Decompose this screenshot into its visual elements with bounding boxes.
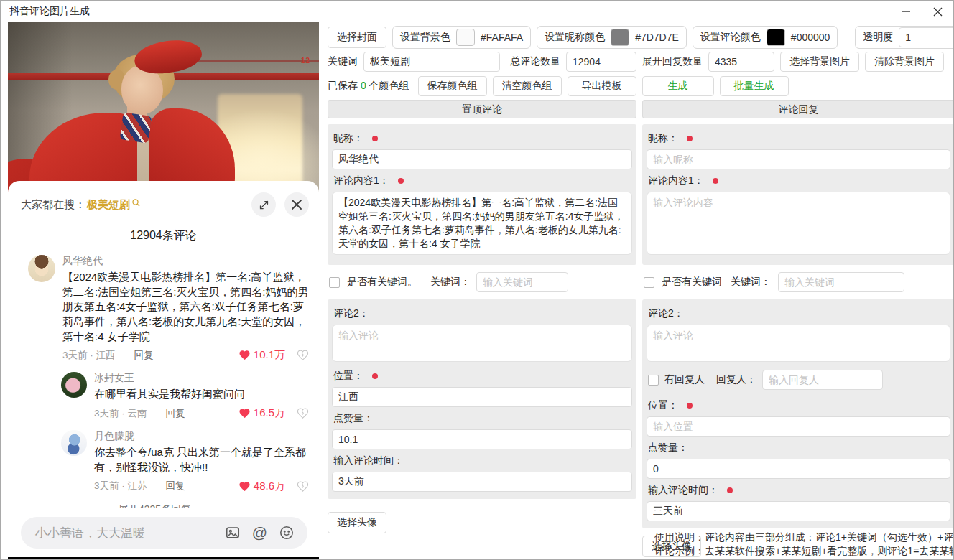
reply-nick-input[interactable] — [647, 149, 950, 169]
comment-count: 12904条评论 — [8, 221, 319, 252]
bg-color-label: 设置背景色 — [400, 31, 450, 44]
nick-color-group[interactable]: 设置昵称颜色 #7D7D7E — [537, 26, 687, 49]
reply-content1-textarea[interactable] — [647, 192, 950, 255]
saved-prefix: 已保存 — [328, 80, 358, 91]
nick-color-swatch[interactable] — [611, 29, 629, 46]
usage-notes: 使用说明：评论内容由三部分组成：评论1+关键词（勾选生效）+评论2(无关键词时可… — [654, 531, 954, 558]
select-bg-image-button[interactable]: 选择背景图片 — [780, 52, 859, 72]
window-title: 抖音评论图片生成 — [1, 5, 90, 18]
avatar[interactable] — [61, 430, 87, 456]
pinned-nick-input[interactable] — [332, 149, 632, 169]
reply-keyword-input[interactable] — [778, 272, 904, 292]
search-row: 大家都在搜： 极美短剧 — [8, 181, 319, 221]
expand-replies-input[interactable] — [708, 52, 774, 72]
reply-link[interactable]: 回复 — [166, 407, 185, 420]
content2-label: 评论2： — [333, 307, 369, 320]
required-dot-icon — [687, 403, 693, 409]
pinned-keyword-input[interactable] — [476, 272, 568, 292]
save-colors-button[interactable]: 保存颜色组 — [418, 76, 487, 96]
heart-icon[interactable] — [239, 407, 251, 419]
image-icon[interactable] — [225, 525, 241, 541]
has-replyto-checkbox[interactable] — [648, 375, 659, 386]
comment-color-hex: #000000 — [791, 32, 830, 43]
comment-username[interactable]: 月色朦胧 — [94, 430, 309, 443]
usage-line1: 使用说明：评论内容由三部分组成：评论1+关键词（勾选生效）+评论2(无关键词时可… — [654, 531, 954, 544]
select-cover-button[interactable]: 选择封面 — [328, 27, 386, 48]
total-comments-label: 总评论数量 — [510, 55, 560, 68]
time-label: 输入评论时间： — [333, 454, 404, 467]
dislike-heart-icon[interactable] — [297, 480, 309, 493]
keyword-label: 关键词： — [430, 276, 471, 289]
comment-username[interactable]: 冰封女王 — [94, 372, 309, 385]
comment-meta: 3天前 · 江苏 — [94, 480, 147, 493]
bg-color-group[interactable]: 设置背景色 #FAFAFA — [392, 26, 531, 49]
opacity-label: 透明度 — [863, 31, 893, 44]
keyword-label: 关键词 — [328, 55, 358, 68]
reply-likes-input[interactable] — [647, 459, 950, 479]
export-template-button[interactable]: 导出模板 — [568, 76, 636, 96]
usage-line2: 评论示例：去某某软件搜索+某某短剧+看完整版，则评论1=去某某软件搜索，关键词=… — [654, 544, 954, 558]
at-mention-icon[interactable]: @ — [252, 524, 267, 541]
has-keyword-checkbox[interactable] — [644, 277, 654, 288]
required-dot-icon — [398, 178, 404, 184]
content2-label: 评论2： — [648, 307, 684, 320]
seat-row-marker: 12 — [301, 57, 310, 65]
comment-username[interactable]: 风华绝代 — [62, 255, 309, 268]
heart-icon[interactable] — [239, 349, 251, 361]
dislike-heart-icon[interactable] — [297, 407, 309, 419]
pinned-time-input[interactable] — [332, 472, 632, 492]
content1-label: 评论内容1： — [648, 174, 704, 187]
required-dot-icon — [727, 487, 733, 493]
replyto-input[interactable] — [762, 370, 883, 390]
attendant-hat — [132, 37, 203, 78]
expand-preview-button[interactable] — [251, 192, 276, 217]
comment-color-group[interactable]: 设置评论颜色 #000000 — [693, 26, 838, 49]
nick-color-label: 设置昵称颜色 — [545, 31, 605, 44]
pinned-comment-form: 置顶评论 昵称： 评论内容1： 【2024欧美漫天电影热榜排名】第一名:高丫监狱… — [328, 100, 636, 533]
location-label: 位置： — [333, 370, 363, 383]
nick-label: 昵称： — [333, 132, 363, 145]
cover-photo: 12 — [8, 22, 319, 192]
reply-location-input[interactable] — [647, 416, 950, 437]
opacity-input[interactable] — [899, 27, 954, 47]
comment-text: 【2024欧美漫天电影热榜排名】第一名:高丫监狱，第二名:法国空姐第三名:灭火宝… — [62, 270, 309, 344]
emoji-icon[interactable] — [279, 525, 295, 541]
pinned-content2-textarea[interactable] — [332, 325, 632, 362]
pinned-likes-input[interactable] — [332, 429, 632, 449]
comments-list: 风华绝代 【2024欧美漫天电影热榜排名】第一名:高丫监狱，第二名:法国空姐第三… — [8, 252, 319, 508]
pinned-header: 置顶评论 — [328, 100, 636, 118]
avatar[interactable] — [61, 372, 87, 398]
search-keyword[interactable]: 极美短剧 — [87, 198, 130, 212]
pinned-select-avatar-button[interactable]: 选择头像 — [328, 512, 386, 533]
reply-comment-row: 月色朦胧 你去整个夸/ua克 只出来第一个就是了全系都有，别怪我没说，快冲!! … — [28, 430, 309, 493]
clear-colors-button[interactable]: 清空颜色组 — [493, 76, 562, 96]
pinned-comment-row: 风华绝代 【2024欧美漫天电影热榜排名】第一名:高丫监狱，第二名:法国空姐第三… — [28, 255, 309, 362]
keyword-input[interactable] — [363, 52, 500, 72]
bg-color-swatch[interactable] — [456, 29, 475, 46]
search-prefix: 大家都在搜： — [21, 198, 85, 212]
dislike-heart-icon[interactable] — [297, 349, 309, 361]
has-keyword-label: 是否有关键词 — [662, 276, 722, 289]
generate-button[interactable]: 生成 — [642, 76, 714, 96]
heart-icon[interactable] — [239, 480, 251, 493]
comment-color-label: 设置评论颜色 — [700, 31, 761, 44]
reply-time-input[interactable] — [647, 501, 950, 521]
close-preview-button[interactable] — [284, 192, 309, 217]
pinned-location-input[interactable] — [332, 387, 632, 407]
reply-content2-textarea[interactable] — [647, 325, 950, 362]
reply-comment-row: 冰封女王 在哪里看其实是我帮好闺蜜问问 3天前 · 云南 回复 16.5万 — [28, 372, 309, 420]
avatar[interactable] — [28, 255, 55, 282]
pinned-content1-textarea[interactable]: 【2024欧美漫天电影热榜排名】第一名:高丫监狱，第二名:法国空姐第三名:灭火宝… — [332, 192, 632, 255]
likes-label: 点赞量： — [648, 442, 688, 454]
comment-input[interactable]: 小小善语，大大温暖 @ — [21, 517, 307, 549]
reply-form: 评论回复 昵称： 评论内容1： 是否有关键词 关键词： 评论2： — [642, 100, 954, 560]
batch-generate-button[interactable]: 批量生成 — [720, 76, 789, 96]
required-dot-icon — [372, 373, 378, 379]
comment-color-swatch[interactable] — [767, 29, 785, 46]
reply-link[interactable]: 回复 — [134, 349, 154, 362]
total-comments-input[interactable] — [566, 52, 636, 72]
reply-link[interactable]: 回复 — [166, 480, 185, 493]
has-replyto-label: 有回复人 — [664, 373, 705, 386]
has-keyword-checkbox[interactable] — [329, 277, 340, 288]
clear-bg-image-button[interactable]: 清除背景图片 — [865, 52, 944, 72]
